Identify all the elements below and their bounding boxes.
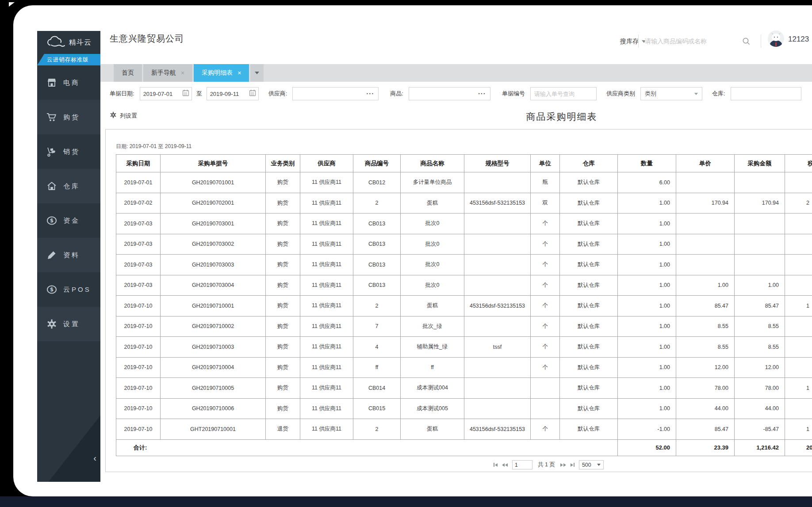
total-label: 合计: <box>116 439 618 456</box>
cell: 1 <box>785 378 812 399</box>
table-row[interactable]: 2019-07-10GH20190710003购货11 供应商114辅助属性_绿… <box>116 337 812 358</box>
cell: 2019-07-10 <box>116 419 161 440</box>
product-picker[interactable]: ··· <box>409 87 490 100</box>
cell: 个 <box>531 357 560 378</box>
table-row[interactable]: 2019-07-03GH20190703004购货11 供应商11CB013批次… <box>116 275 812 296</box>
ellipsis-icon[interactable]: ··· <box>478 91 486 96</box>
cell: 默认仓库 <box>560 296 618 316</box>
first-page-icon[interactable] <box>494 463 498 467</box>
date-to-input[interactable] <box>210 88 247 99</box>
cell: 个 <box>531 419 560 440</box>
cell: 个 <box>531 337 560 358</box>
table-row[interactable]: 2019-07-01GH20190701001购货11 供应商11CB012多计… <box>116 172 812 193</box>
tab-label: 新手导航 <box>151 69 176 77</box>
supplier-picker[interactable]: ··· <box>292 87 379 100</box>
cell: 11 供应商11 <box>300 378 353 399</box>
cell: -1.00 <box>618 419 676 440</box>
cell: 购货 <box>266 378 300 399</box>
sidebar-item-funds[interactable]: $ 资金 <box>37 203 100 238</box>
sidebar-item-sales[interactable]: 销货 <box>37 134 100 169</box>
sidebar-item-ecommerce[interactable]: 电商 <box>37 65 100 100</box>
cell: ff <box>353 357 401 378</box>
cell: 1 <box>785 296 812 316</box>
app-window: 生意兴隆贸易公司 搜库存 12123 精斗云 <box>13 5 812 496</box>
last-page-icon[interactable] <box>571 463 575 467</box>
supplier-label: 供应商: <box>268 90 287 98</box>
tab-purchase-detail-report[interactable]: 采购明细表 × <box>194 64 249 82</box>
search-scope-dropdown[interactable]: 搜库存 <box>620 38 646 46</box>
cell: 默认仓库 <box>560 357 618 378</box>
table-row[interactable]: 2019-07-03GH20190703002购货11 供应商11CB013批次… <box>116 234 812 255</box>
prev-page-icon[interactable] <box>502 463 508 467</box>
sidebar-item-settings[interactable]: 设置 <box>37 307 100 341</box>
cell: 8.55 <box>735 337 785 358</box>
search-input[interactable] <box>645 34 740 48</box>
supplier-type-select[interactable]: 类别 <box>640 87 702 100</box>
date-to-field[interactable] <box>207 87 259 100</box>
chevron-down-icon <box>255 72 259 74</box>
cell: 默认仓库 <box>560 234 618 255</box>
calendar-icon[interactable] <box>182 89 189 98</box>
cell: 8.55 <box>676 316 735 337</box>
column-header: 采购单据号 <box>161 155 266 172</box>
cell: 购货 <box>266 193 300 213</box>
column-settings-button[interactable]: 列设置 <box>110 111 137 120</box>
table-row[interactable]: 2019-07-10GH20190710004购货11 供应商11ffff个默认… <box>116 357 812 378</box>
tab-home[interactable]: 首页 <box>114 64 142 82</box>
tab-list-dropdown-button[interactable] <box>250 64 264 82</box>
sidebar-item-purchase[interactable]: 购货 <box>37 100 100 134</box>
column-header: 采购金额 <box>735 155 785 172</box>
cell: 购货 <box>266 172 300 193</box>
column-header: 商品名称 <box>401 155 464 172</box>
table-row[interactable]: 2019-07-02GH20190702001购货11 供应商112蛋糕4531… <box>116 193 812 213</box>
cell: 辅助属性_绿 <box>401 337 464 358</box>
cell: 批次0 <box>401 255 464 275</box>
storefront-icon <box>46 77 57 88</box>
table-row[interactable]: 2019-07-03GH20190703003购货11 供应商11CB013批次… <box>116 255 812 275</box>
sidebar-item-cloudpos[interactable]: $ 云POS <box>37 272 100 307</box>
page-size-select[interactable]: 500 <box>579 460 604 469</box>
cell <box>785 316 812 337</box>
bill-no-input[interactable] <box>530 87 597 100</box>
cell: 个 <box>531 296 560 316</box>
page-number-input[interactable] <box>512 460 532 469</box>
close-icon[interactable]: × <box>237 69 241 76</box>
cell: 蛋糕 <box>401 193 464 213</box>
tab-beginner-guide[interactable]: 新手导航 × <box>143 64 192 82</box>
table-row[interactable]: 2019-07-10GH20190710002购货11 供应商117批次_绿个默… <box>116 316 812 337</box>
cell: 购货 <box>266 398 300 419</box>
cell: 453156dsf-532135153 <box>464 296 531 316</box>
ellipsis-icon[interactable]: ··· <box>366 91 374 96</box>
date-from-field[interactable] <box>140 87 192 100</box>
tab-bar: 首页 新手导航 × 采购明细表 × <box>100 64 812 82</box>
table-row[interactable]: 2019-07-10GH20190710005购货11 供应商11CB014成本… <box>116 378 812 399</box>
table-row[interactable]: 2019-07-10GH20190710001购货11 供应商112蛋糕4531… <box>116 296 812 316</box>
pagination: 共 1 页 500 <box>494 460 604 469</box>
close-icon[interactable]: × <box>181 69 184 76</box>
calendar-icon[interactable] <box>249 89 256 98</box>
table-row[interactable]: 2019-07-10GHT20190710001退货11 供应商112蛋糕453… <box>116 419 812 440</box>
next-page-icon[interactable] <box>560 463 566 467</box>
warehouse-input[interactable] <box>731 87 801 100</box>
cell <box>785 337 812 358</box>
sidebar-collapse-arrow[interactable]: ‹ <box>93 454 96 462</box>
svg-text:$: $ <box>50 217 54 224</box>
cell: 6.00 <box>618 172 676 193</box>
magnifier-icon[interactable] <box>742 37 751 47</box>
cell: 12.00 <box>676 357 735 378</box>
cell: 1.00 <box>618 398 676 419</box>
cell <box>785 275 812 296</box>
cat-avatar-icon[interactable] <box>768 30 784 47</box>
table-row[interactable]: 2019-07-03GH20190703001购货11 供应商11CB013批次… <box>116 213 812 234</box>
sidebar-item-warehouse[interactable]: 仓库 <box>37 169 100 203</box>
table-row[interactable]: 2019-07-10GH20190710006购货11 供应商11CB015成本… <box>116 398 812 419</box>
report-table: 采购日期采购单据号业务类别供应商商品编号商品名称规格型号单位仓库数量单价采购金额… <box>116 154 812 456</box>
cell: 170.94 <box>676 193 735 213</box>
cell: 多计量单位商品 <box>401 172 464 193</box>
sidebar-item-data[interactable]: 资料 <box>37 238 100 272</box>
cell <box>676 255 735 275</box>
date-from-input[interactable] <box>143 88 180 99</box>
cell: 购货 <box>266 316 300 337</box>
cell: 2019-07-10 <box>116 316 161 337</box>
app-logo[interactable]: 精斗云 <box>37 31 100 54</box>
